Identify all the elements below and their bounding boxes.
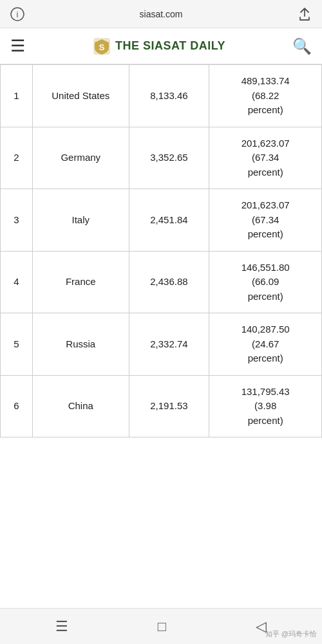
- info-icon[interactable]: i: [10, 7, 24, 21]
- table-row: 3Italy2,451.84201,623.07(67.34percent): [1, 189, 322, 252]
- value-percent-cell: 140,287.50(24.67percent): [209, 313, 322, 376]
- bottom-menu-icon[interactable]: ☰: [55, 618, 68, 635]
- country-cell: France: [32, 251, 129, 313]
- country-cell: Italy: [32, 189, 129, 252]
- svg-text:i: i: [17, 10, 19, 19]
- gold-tonnes-cell: 2,451.84: [129, 189, 209, 252]
- table-row: 6China2,191.53131,795.43(3.98percent): [1, 375, 322, 437]
- gold-tonnes-cell: 3,352.65: [129, 127, 209, 189]
- value-percent-cell: 131,795.43(3.98percent): [209, 375, 322, 437]
- table-row: 1United States8,133.46489,133.74(68.22pe…: [1, 65, 322, 127]
- menu-icon[interactable]: ☰: [10, 36, 25, 56]
- browser-url: siasat.com: [140, 9, 183, 19]
- rankings-table: 1United States8,133.46489,133.74(68.22pe…: [0, 64, 322, 437]
- table-row: 2Germany3,352.65201,623.07(67.34percent): [1, 127, 322, 189]
- rank-cell: 2: [1, 127, 33, 189]
- rank-cell: 3: [1, 189, 33, 252]
- gold-tonnes-cell: 2,332.74: [129, 313, 209, 376]
- table-row: 4France2,436.88146,551.80(66.09percent): [1, 251, 322, 313]
- gold-tonnes-cell: 2,191.53: [129, 375, 209, 437]
- bottom-home-icon[interactable]: □: [158, 618, 166, 635]
- gold-tonnes-cell: 2,436.88: [129, 251, 209, 313]
- country-cell: Germany: [32, 127, 129, 189]
- rank-cell: 4: [1, 251, 33, 313]
- gold-tonnes-cell: 8,133.46: [129, 65, 209, 127]
- site-logo: S THE SIASAT DAILY: [92, 37, 225, 56]
- country-cell: Russia: [32, 313, 129, 376]
- rank-cell: 1: [1, 65, 33, 127]
- logo-shield-icon: S: [92, 37, 111, 56]
- table-row: 5Russia2,332.74140,287.50(24.67percent): [1, 313, 322, 376]
- navigation-bar: ☰ S THE SIASAT DAILY 🔍: [0, 28, 322, 64]
- country-cell: United States: [32, 65, 129, 127]
- status-bar: i siasat.com: [0, 0, 322, 28]
- value-percent-cell: 146,551.80(66.09percent): [209, 251, 322, 313]
- share-icon[interactable]: [298, 7, 312, 21]
- site-name: THE SIASAT DAILY: [115, 39, 225, 53]
- value-percent-cell: 201,623.07(67.34percent): [209, 189, 322, 252]
- watermark: 知乎 @玛奇卡恰: [265, 629, 317, 639]
- value-percent-cell: 489,133.74(68.22percent): [209, 65, 322, 127]
- rank-cell: 5: [1, 313, 33, 376]
- svg-text:S: S: [99, 42, 105, 52]
- data-table: 1United States8,133.46489,133.74(68.22pe…: [0, 64, 322, 437]
- rank-cell: 6: [1, 375, 33, 437]
- search-icon[interactable]: 🔍: [292, 37, 312, 55]
- value-percent-cell: 201,623.07(67.34percent): [209, 127, 322, 189]
- country-cell: China: [32, 375, 129, 437]
